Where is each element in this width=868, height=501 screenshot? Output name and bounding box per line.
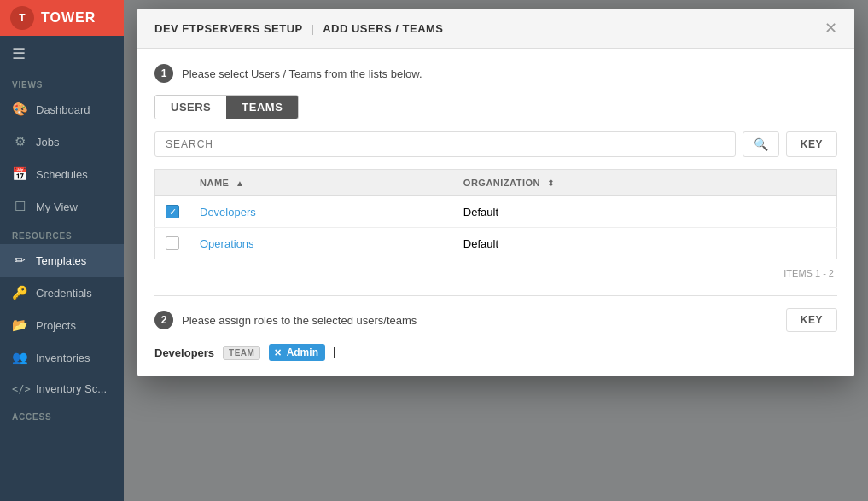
sidebar-item-jobs[interactable]: ⚙ Jobs xyxy=(0,125,124,158)
jobs-icon: ⚙ xyxy=(12,134,27,149)
templates-icon: ✏ xyxy=(12,253,27,268)
name-sort-arrow: ▲ xyxy=(236,178,244,188)
search-input[interactable] xyxy=(154,131,736,157)
modal-title-main: DEV FTPSERVERS SETUP xyxy=(154,22,303,35)
inventories-icon: 👥 xyxy=(12,350,27,365)
col-org-header[interactable]: ORGANIZATION ⇕ xyxy=(453,170,837,196)
myview-icon: ☐ xyxy=(12,199,27,214)
step2-section: 2 Please assign roles to the selected us… xyxy=(154,308,837,332)
items-count: ITEMS 1 - 2 xyxy=(154,263,837,283)
sidebar-item-label: Inventories xyxy=(36,352,90,364)
sidebar-item-inventoryscripts[interactable]: </> Inventory Sc... xyxy=(0,374,124,404)
sidebar-item-label: Templates xyxy=(36,254,86,267)
role-tag-close[interactable]: × xyxy=(274,347,281,358)
sidebar-item-projects[interactable]: 📂 Projects xyxy=(0,309,124,341)
sidebar-item-dashboard[interactable]: 🎨 Dashboard xyxy=(0,93,124,125)
modal-title-section: DEV FTPSERVERS SETUP | ADD USERS / TEAMS xyxy=(154,22,444,35)
modal-dialog: DEV FTPSERVERS SETUP | ADD USERS / TEAMS… xyxy=(137,9,854,376)
sidebar-item-label: Projects xyxy=(36,319,76,332)
tower-logo: T xyxy=(10,6,34,30)
table-row: Operations Default xyxy=(155,228,837,259)
step2-key-button[interactable]: KEY xyxy=(786,308,837,332)
sidebar-item-label: Schedules xyxy=(36,168,88,181)
col-checkbox xyxy=(155,170,190,196)
modal-body: 1 Please select Users / Teams from the l… xyxy=(137,49,854,376)
role-tag-label: Admin xyxy=(287,347,318,358)
dashboard-icon: 🎨 xyxy=(12,102,27,117)
row1-org-cell: Default xyxy=(453,196,837,228)
step1-header: 1 Please select Users / Teams from the l… xyxy=(154,64,837,83)
toggle-users-button[interactable]: USERS xyxy=(155,96,226,119)
modal-close-button[interactable]: ✕ xyxy=(824,20,837,36)
modal-title-sub: ADD USERS / TEAMS xyxy=(323,22,443,35)
main-content: DEV FTPSERVERS SETUP | ADD USERS / TEAMS… xyxy=(124,0,868,501)
row2-name-link[interactable]: Operations xyxy=(200,237,254,250)
sidebar-item-schedules[interactable]: 📅 Schedules xyxy=(0,158,124,190)
sidebar: T TOWER ☰ VIEWS 🎨 Dashboard ⚙ Jobs 📅 Sch… xyxy=(0,0,124,501)
row1-name-link[interactable]: Developers xyxy=(200,206,256,218)
table-row: ✓ Developers Default xyxy=(155,196,837,228)
step1-text: Please select Users / Teams from the lis… xyxy=(182,67,422,80)
step1-key-button[interactable]: KEY xyxy=(786,131,837,157)
row2-checkbox-cell xyxy=(155,228,190,259)
modal-title-separator: | xyxy=(312,22,314,35)
step2-user-badge: TEAM xyxy=(223,346,260,360)
step2-row: Developers TEAM × Admin xyxy=(154,344,837,361)
row1-checkbox[interactable]: ✓ xyxy=(166,205,179,218)
sidebar-item-credentials[interactable]: 🔑 Credentials xyxy=(0,277,124,309)
section-label-resources: RESOURCES xyxy=(0,223,124,244)
section-divider xyxy=(154,295,837,296)
search-button[interactable]: 🔍 xyxy=(743,131,779,157)
row2-checkbox[interactable] xyxy=(166,236,179,250)
section-label-access: ACCESS xyxy=(0,404,124,425)
step2-number: 2 xyxy=(154,311,173,329)
sidebar-item-myview[interactable]: ☐ My View xyxy=(0,190,124,223)
toggle-teams-button[interactable]: TEAMS xyxy=(226,96,298,119)
credentials-icon: 🔑 xyxy=(12,285,27,300)
role-input-cursor xyxy=(334,347,335,358)
row1-org-value: Default xyxy=(463,206,498,218)
step2-user-name: Developers xyxy=(154,347,214,359)
sidebar-item-label: Credentials xyxy=(36,287,92,300)
sidebar-item-label: Inventory Sc... xyxy=(36,382,107,395)
role-tag-admin[interactable]: × Admin xyxy=(269,344,325,361)
row2-name-cell: Operations xyxy=(189,228,453,259)
col-name-header[interactable]: NAME ▲ xyxy=(189,170,453,196)
sidebar-header: T TOWER xyxy=(0,0,124,36)
toggle-group: USERS TEAMS xyxy=(154,95,299,119)
sidebar-item-label: My View xyxy=(36,201,78,213)
search-row: 🔍 KEY xyxy=(154,131,837,157)
modal-overlay: DEV FTPSERVERS SETUP | ADD USERS / TEAMS… xyxy=(124,0,868,501)
modal-header: DEV FTPSERVERS SETUP | ADD USERS / TEAMS… xyxy=(137,9,854,49)
row1-checkbox-cell: ✓ xyxy=(155,196,190,228)
org-sort-arrow: ⇕ xyxy=(547,178,555,188)
row1-name-cell: Developers xyxy=(189,196,453,228)
sidebar-brand: TOWER xyxy=(41,10,96,26)
projects-icon: 📂 xyxy=(12,317,27,333)
row2-org-cell: Default xyxy=(453,228,837,259)
step2-left: 2 Please assign roles to the selected us… xyxy=(154,311,417,329)
sidebar-item-inventories[interactable]: 👥 Inventories xyxy=(0,341,124,374)
search-input-wrap xyxy=(154,131,736,157)
hamburger-icon[interactable]: ☰ xyxy=(0,36,124,72)
step1-number: 1 xyxy=(154,64,173,83)
sidebar-item-label: Jobs xyxy=(36,136,59,149)
sidebar-item-label: Dashboard xyxy=(36,103,90,116)
step2-text: Please assign roles to the selected user… xyxy=(182,314,417,327)
row2-org-value: Default xyxy=(463,237,498,250)
section-label-views: VIEWS xyxy=(0,72,124,93)
schedules-icon: 📅 xyxy=(12,166,27,182)
sidebar-item-templates[interactable]: ✏ Templates xyxy=(0,244,124,277)
teams-table: NAME ▲ ORGANIZATION ⇕ ✓ xyxy=(154,169,837,259)
inventoryscripts-icon: </> xyxy=(12,383,27,395)
